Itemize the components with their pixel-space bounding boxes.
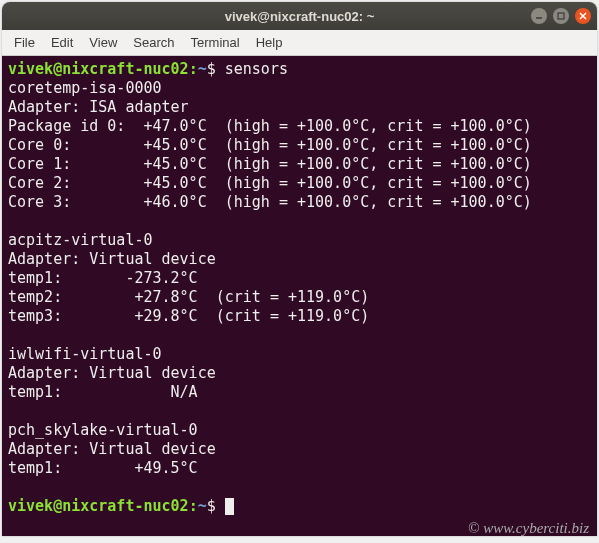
pch-row-0: temp1: +49.5°C [8, 459, 198, 477]
coretemp-row-4: Core 3: +46.0°C (high = +100.0°C, crit =… [8, 193, 532, 211]
close-button[interactable] [575, 8, 591, 24]
cursor [225, 498, 234, 515]
iwlwifi-name: iwlwifi-virtual-0 [8, 345, 162, 363]
pch-adapter: Adapter: Virtual device [8, 440, 216, 458]
acpitz-row-0: temp1: -273.2°C [8, 269, 198, 287]
prompt-user-host-2: vivek@nixcraft-nuc02 [8, 497, 189, 515]
iwlwifi-adapter: Adapter: Virtual device [8, 364, 216, 382]
window-title: vivek@nixcraft-nuc02: ~ [10, 9, 589, 24]
prompt-dollar-2: $ [207, 497, 225, 515]
coretemp-row-0: Package id 0: +47.0°C (high = +100.0°C, … [8, 117, 532, 135]
terminal-window: vivek@nixcraft-nuc02: ~ File Edit View S… [2, 2, 597, 536]
maximize-icon [557, 12, 565, 20]
command-text: sensors [225, 60, 288, 78]
menubar: File Edit View Search Terminal Help [2, 30, 597, 56]
coretemp-row-1: Core 0: +45.0°C (high = +100.0°C, crit =… [8, 136, 532, 154]
maximize-button[interactable] [553, 8, 569, 24]
prompt-colon-2: : [189, 497, 198, 515]
minimize-button[interactable] [531, 8, 547, 24]
titlebar: vivek@nixcraft-nuc02: ~ [2, 2, 597, 30]
menu-search[interactable]: Search [125, 32, 182, 53]
prompt-dollar: $ [207, 60, 225, 78]
coretemp-name: coretemp-isa-0000 [8, 79, 162, 97]
acpitz-adapter: Adapter: Virtual device [8, 250, 216, 268]
window-controls [531, 8, 591, 24]
prompt-path: ~ [198, 60, 207, 78]
svg-rect-1 [558, 13, 564, 19]
menu-file[interactable]: File [6, 32, 43, 53]
terminal-output[interactable]: vivek@nixcraft-nuc02:~$ sensors coretemp… [2, 56, 597, 536]
prompt-path-2: ~ [198, 497, 207, 515]
prompt-user-host: vivek@nixcraft-nuc02 [8, 60, 189, 78]
coretemp-adapter: Adapter: ISA adapter [8, 98, 189, 116]
menu-view[interactable]: View [81, 32, 125, 53]
coretemp-row-3: Core 2: +45.0°C (high = +100.0°C, crit =… [8, 174, 532, 192]
acpitz-row-2: temp3: +29.8°C (crit = +119.0°C) [8, 307, 369, 325]
close-icon [579, 12, 587, 20]
watermark: © www.cyberciti.biz [468, 520, 589, 537]
acpitz-name: acpitz-virtual-0 [8, 231, 153, 249]
menu-help[interactable]: Help [248, 32, 291, 53]
iwlwifi-row-0: temp1: N/A [8, 383, 198, 401]
menu-edit[interactable]: Edit [43, 32, 81, 53]
menu-terminal[interactable]: Terminal [183, 32, 248, 53]
acpitz-row-1: temp2: +27.8°C (crit = +119.0°C) [8, 288, 369, 306]
coretemp-row-2: Core 1: +45.0°C (high = +100.0°C, crit =… [8, 155, 532, 173]
minimize-icon [535, 12, 543, 20]
prompt-colon: : [189, 60, 198, 78]
pch-name: pch_skylake-virtual-0 [8, 421, 198, 439]
